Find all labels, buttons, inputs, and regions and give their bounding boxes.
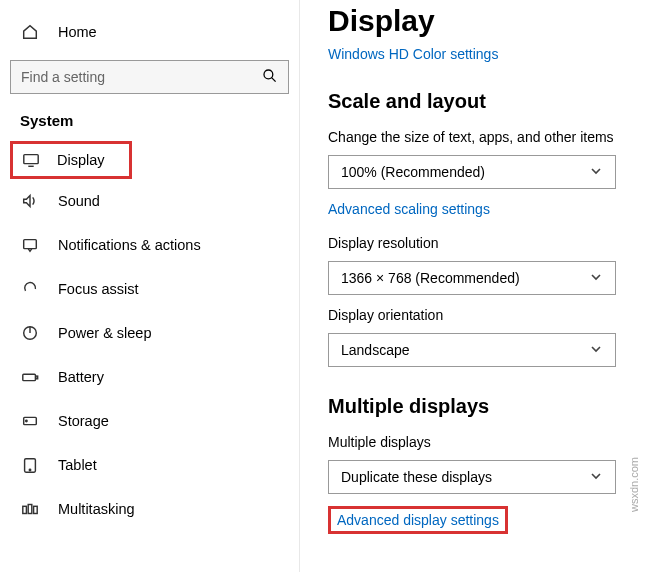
focus-assist-icon bbox=[20, 279, 40, 299]
sidebar-item-power-sleep[interactable]: Power & sleep bbox=[10, 311, 289, 355]
nav-home-label: Home bbox=[58, 24, 97, 40]
multiple-displays-heading: Multiple displays bbox=[328, 395, 646, 418]
orientation-dropdown[interactable]: Landscape bbox=[328, 333, 616, 367]
svg-point-0 bbox=[264, 70, 273, 79]
hd-color-link[interactable]: Windows HD Color settings bbox=[328, 46, 498, 62]
sidebar-item-notifications[interactable]: Notifications & actions bbox=[10, 223, 289, 267]
chevron-down-icon bbox=[589, 270, 603, 287]
orientation-label: Display orientation bbox=[328, 307, 646, 323]
svg-rect-15 bbox=[34, 506, 38, 513]
sidebar-item-focus-assist[interactable]: Focus assist bbox=[10, 267, 289, 311]
resolution-label: Display resolution bbox=[328, 235, 646, 251]
orientation-value: Landscape bbox=[341, 342, 410, 358]
sound-icon bbox=[20, 191, 40, 211]
multitasking-icon bbox=[20, 499, 40, 519]
svg-point-10 bbox=[26, 420, 27, 421]
scale-label: Change the size of text, apps, and other… bbox=[328, 129, 646, 145]
scale-dropdown[interactable]: 100% (Recommended) bbox=[328, 155, 616, 189]
sidebar-item-multitasking[interactable]: Multitasking bbox=[10, 487, 289, 531]
watermark: wsxdn.com bbox=[628, 457, 640, 512]
chevron-down-icon bbox=[589, 469, 603, 486]
multiple-displays-label: Multiple displays bbox=[328, 434, 646, 450]
home-icon bbox=[20, 22, 40, 42]
sidebar-item-label: Sound bbox=[58, 193, 100, 209]
search-input[interactable]: Find a setting bbox=[10, 60, 289, 94]
sidebar-item-tablet[interactable]: Tablet bbox=[10, 443, 289, 487]
sidebar-item-battery[interactable]: Battery bbox=[10, 355, 289, 399]
search-placeholder: Find a setting bbox=[21, 69, 105, 85]
resolution-dropdown[interactable]: 1366 × 768 (Recommended) bbox=[328, 261, 616, 295]
advanced-display-link[interactable]: Advanced display settings bbox=[337, 512, 499, 528]
tablet-icon bbox=[20, 455, 40, 475]
sidebar-item-label: Storage bbox=[58, 413, 109, 429]
svg-rect-4 bbox=[24, 240, 37, 249]
sidebar-item-label: Display bbox=[57, 152, 105, 168]
page-title: Display bbox=[328, 4, 646, 38]
nav-home[interactable]: Home bbox=[10, 10, 289, 54]
sidebar-section-heading: System bbox=[20, 112, 289, 129]
display-icon bbox=[21, 150, 41, 170]
sidebar-item-label: Notifications & actions bbox=[58, 237, 201, 253]
sidebar-item-sound[interactable]: Sound bbox=[10, 179, 289, 223]
svg-point-12 bbox=[29, 469, 30, 470]
sidebar: Home Find a setting System Display Sound… bbox=[0, 0, 300, 572]
svg-line-1 bbox=[272, 77, 276, 81]
sidebar-item-storage[interactable]: Storage bbox=[10, 399, 289, 443]
advanced-display-highlight: Advanced display settings bbox=[328, 506, 508, 534]
power-icon bbox=[20, 323, 40, 343]
svg-rect-13 bbox=[23, 506, 27, 513]
battery-icon bbox=[20, 367, 40, 387]
multiple-displays-value: Duplicate these displays bbox=[341, 469, 492, 485]
sidebar-item-label: Multitasking bbox=[58, 501, 135, 517]
advanced-scaling-link[interactable]: Advanced scaling settings bbox=[328, 201, 490, 217]
search-icon bbox=[262, 68, 278, 87]
svg-rect-8 bbox=[36, 376, 38, 379]
sidebar-item-label: Tablet bbox=[58, 457, 97, 473]
chevron-down-icon bbox=[589, 164, 603, 181]
multiple-displays-dropdown[interactable]: Duplicate these displays bbox=[328, 460, 616, 494]
sidebar-item-label: Power & sleep bbox=[58, 325, 152, 341]
svg-rect-7 bbox=[23, 374, 36, 380]
sidebar-item-label: Focus assist bbox=[58, 281, 139, 297]
notifications-icon bbox=[20, 235, 40, 255]
scale-value: 100% (Recommended) bbox=[341, 164, 485, 180]
sidebar-item-label: Battery bbox=[58, 369, 104, 385]
chevron-down-icon bbox=[589, 342, 603, 359]
svg-rect-14 bbox=[28, 505, 32, 514]
storage-icon bbox=[20, 411, 40, 431]
scale-layout-heading: Scale and layout bbox=[328, 90, 646, 113]
svg-rect-2 bbox=[24, 155, 38, 164]
resolution-value: 1366 × 768 (Recommended) bbox=[341, 270, 520, 286]
main-content: Display Windows HD Color settings Scale … bbox=[300, 0, 646, 572]
sidebar-item-display[interactable]: Display bbox=[10, 141, 132, 179]
